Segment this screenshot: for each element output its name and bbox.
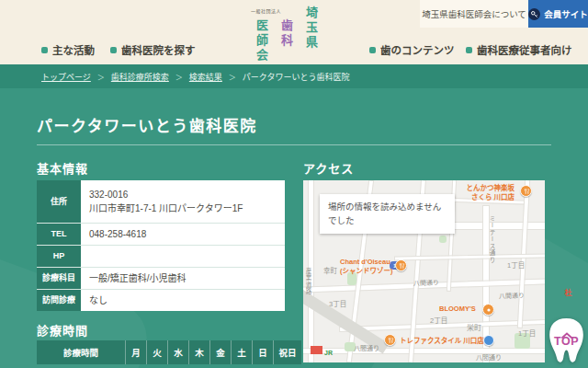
poi-label-line: さくら 川口店	[471, 193, 514, 201]
home-visit-value: なし	[81, 290, 285, 311]
map-road-label-sangyo: 産業道路	[303, 268, 312, 295]
poi-trefac-label[interactable]: トレファクスタイル 川口店	[400, 337, 484, 346]
map-edge-label: 杜	[562, 289, 572, 296]
poi-chant-doiseau-label[interactable]: Chant d'Oiseau (シャンドワゾー)	[340, 258, 393, 276]
row-label: 訪問診療	[37, 290, 81, 311]
row-label: 住所	[37, 180, 81, 223]
nav-label: 歯科医院を探す	[121, 42, 196, 57]
map-area-label: 幸町	[323, 265, 337, 275]
logo-text-saitama: 埼玉県	[305, 6, 317, 51]
row-label: HP	[37, 246, 81, 267]
table-row-departments: 診療科目 一般/矯正歯科/小児歯科	[37, 267, 285, 289]
square-bullet-icon	[41, 47, 48, 53]
hours-table-header: 診療時間 月 火 水 木 金 土 日 祝日	[37, 340, 301, 364]
key-icon	[528, 8, 540, 20]
transit-marker-icon[interactable]	[483, 335, 494, 346]
restaurant-marker-icon[interactable]	[395, 259, 407, 271]
map-road	[303, 349, 545, 353]
map-area-label: 1丁目	[518, 328, 536, 338]
breadcrumb-separator: ＞	[97, 72, 105, 82]
hours-col-wed: 水	[168, 340, 189, 364]
logo-text-ishikai: 医師会	[255, 19, 267, 63]
google-map-embed[interactable]: JR 幸町 り ミーテース通り 産業道路 1丁目 1丁目 3丁目 2丁目 栄町 …	[303, 180, 545, 362]
site-logo[interactable]: 一般社団法人 埼玉県 歯科 医師会	[250, 5, 327, 63]
hp-value	[81, 246, 285, 267]
nav-label: 歯科医療従事者向け	[477, 42, 572, 57]
square-bullet-icon	[369, 47, 376, 53]
about-association-link[interactable]: 埼玉県歯科医師会について	[420, 0, 528, 28]
square-bullet-icon	[110, 47, 117, 53]
breadcrumb-link-results[interactable]: 検索結果	[189, 71, 222, 83]
map-area-label: 栄町	[467, 322, 481, 332]
about-association-label: 埼玉県歯科医師会について	[422, 7, 526, 20]
poi-bloomys-label[interactable]: BLOOMY'S	[439, 305, 476, 314]
title-divider	[37, 144, 551, 145]
nav-label: 歯のコンテンツ	[380, 42, 455, 57]
logo-org-type: 一般社団法人	[251, 7, 281, 14]
map-road-label: 八間通り	[413, 278, 439, 288]
map-road-label-vertical: ミーテース通り	[487, 215, 496, 264]
hours-col-tue: 火	[147, 340, 168, 364]
breadcrumb-current: パークタワーいとう歯科医院	[243, 71, 350, 83]
poi-label-line: (シャンドワゾー)	[340, 267, 393, 275]
page-title: パークタワーいとう歯科医院	[37, 113, 257, 136]
breadcrumb: トップページ ＞ 歯科診療所検索 ＞ 検索結果 ＞ パークタワーいとう歯科医院	[0, 64, 588, 88]
map-area-label: 1丁目	[507, 259, 525, 270]
tel-value: 048-258-4618	[81, 224, 285, 245]
table-row-address: 住所 332-0016 川口市幸町1-7-1 川口パークタワー1F	[37, 180, 285, 223]
square-bullet-icon	[466, 47, 472, 53]
table-row-home-visit: 訪問診療 なし	[37, 289, 285, 311]
nav-item-find-clinic[interactable]: 歯科医院を探す	[110, 42, 196, 57]
member-site-button[interactable]: 会員サイト	[528, 0, 588, 28]
back-to-top-button[interactable]: TOP	[545, 316, 588, 367]
nav-label: 主な活動	[52, 42, 95, 57]
clinic-detail-page: 埼玉県歯科医師会について 会員サイト 一般社団法人 埼玉県 歯科 医師会 主な活…	[0, 0, 588, 368]
member-site-label: 会員サイト	[544, 7, 588, 20]
map-road-label: 八間通り	[499, 291, 525, 301]
nav-item-tooth-contents[interactable]: 歯のコンテンツ	[369, 42, 455, 57]
hours-heading: 診療時間	[37, 321, 88, 339]
map-station-block	[311, 346, 322, 354]
breadcrumb-link-search[interactable]: 歯科診療所検索	[111, 71, 169, 83]
site-header: 埼玉県歯科医師会について 会員サイト 一般社団法人 埼玉県 歯科 医師会 主な活…	[0, 0, 588, 64]
logo-text-shika: 歯科	[280, 19, 292, 49]
nav-item-professionals[interactable]: 歯科医療従事者向け	[466, 42, 572, 57]
table-row-hp: HP	[37, 245, 285, 267]
poi-label-line: とんかつ神楽坂	[467, 184, 515, 192]
hours-col-mon: 月	[126, 340, 147, 364]
basic-info-heading: 基本情報	[37, 159, 88, 177]
hours-col-label: 診療時間	[37, 340, 126, 364]
hours-col-fri: 金	[210, 340, 232, 364]
address-value: 332-0016 川口市幸町1-7-1 川口パークタワー1F	[81, 180, 285, 223]
restaurant-marker-icon[interactable]	[520, 185, 532, 197]
nav-item-activities[interactable]: 主な活動	[41, 42, 95, 57]
map-road-label: 八間通り	[354, 343, 379, 352]
departments-value: 一般/矯正歯科/小児歯科	[81, 268, 285, 289]
access-heading: アクセス	[303, 159, 354, 177]
restaurant-marker-icon[interactable]	[384, 334, 396, 346]
row-label: 診療科目	[37, 268, 81, 289]
map-park	[439, 236, 447, 243]
hours-col-sun: 日	[253, 340, 274, 364]
map-road-label: 八間通り	[476, 352, 502, 362]
jr-logo: JR	[324, 350, 333, 356]
map-area-label: 2丁目	[430, 315, 447, 325]
row-label: TEL	[37, 224, 81, 245]
breadcrumb-separator: ＞	[175, 72, 183, 82]
map-error-message: 場所の情報を読み込めませんでした	[320, 194, 455, 234]
table-row-tel: TEL 048-258-4618	[37, 223, 285, 245]
basic-info-table: 住所 332-0016 川口市幸町1-7-1 川口パークタワー1F TEL 04…	[37, 180, 285, 311]
hours-col-thu: 木	[189, 340, 210, 364]
hours-col-sat: 土	[232, 340, 253, 364]
breadcrumb-link-home[interactable]: トップページ	[41, 71, 91, 83]
hours-col-holiday: 祝日	[274, 340, 301, 364]
map-area-label: 3丁目	[329, 298, 346, 308]
shop-marker-icon[interactable]	[482, 304, 494, 316]
poi-label-line: Chant d'Oiseau	[340, 258, 390, 266]
breadcrumb-separator: ＞	[229, 72, 236, 82]
top-button-label: TOP	[545, 335, 588, 348]
